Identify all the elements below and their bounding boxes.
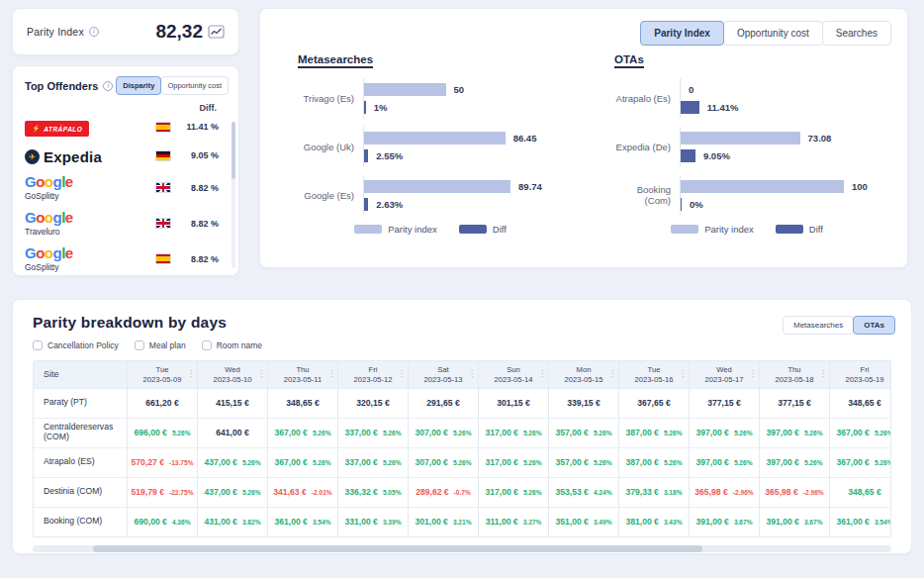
diff-bar — [364, 198, 368, 211]
column-menu-icon[interactable]: ⋮ — [187, 369, 195, 379]
price-value: 291,65 € — [426, 398, 459, 408]
chart-metasearches: MetasearchesTrivago (Es)501%Google (Uk)8… — [298, 49, 563, 235]
price-diff-pct: 3.27% — [523, 519, 542, 526]
price-cell: 367,65 € — [618, 389, 689, 418]
chart-tab-group: Parity IndexOpportunity costSearches — [276, 21, 891, 46]
chart-bar-row: 0 — [681, 81, 844, 97]
google-logo: GoogleTraveluro — [25, 210, 147, 237]
bar-value-label: 1% — [374, 102, 388, 113]
price-cell: 357,00 €5.26% — [548, 419, 618, 447]
google-partner-label: Traveluro — [25, 227, 147, 237]
price-value: 337,00 € — [344, 428, 377, 437]
column-menu-icon[interactable]: ⋮ — [257, 369, 265, 379]
price-value: 641,00 € — [216, 428, 248, 437]
price-cell: 341,63 €-2.01% — [267, 478, 337, 507]
offender-row[interactable]: ⚡ATRÁPALO11.41 % — [25, 117, 229, 137]
chart-bar-row: 86.45 — [364, 130, 527, 145]
column-menu-icon[interactable]: ⋮ — [327, 369, 335, 379]
chart-category-label: Trivago (Es) — [298, 93, 363, 104]
site-cell: Atrapalo (ES) — [34, 448, 127, 477]
google-wordmark: Google — [25, 245, 147, 260]
table-header-row: SiteTue2023-05-09⋮Wed2023-05-10⋮Thu2023-… — [34, 361, 890, 388]
price-value: 348,65 € — [286, 398, 319, 408]
offender-row[interactable]: GoogleTraveluro8.82 % — [25, 210, 229, 237]
price-value: 387,00 € — [625, 457, 658, 467]
column-header-2023-05-19: Fri2023-05-19⋮ — [829, 361, 891, 388]
price-diff-pct: 3.82% — [242, 519, 261, 526]
column-menu-icon[interactable]: ⋮ — [608, 369, 616, 379]
parity-index-bar — [364, 83, 446, 96]
parity-breakdown-card: Parity breakdown by days MetasearchesOTA… — [12, 299, 912, 554]
price-diff-pct: 3.39% — [383, 519, 402, 526]
offender-row[interactable]: ✈Expedia9.05 % — [25, 145, 229, 165]
price-diff-pct: 5.26% — [453, 430, 472, 436]
offenders-scrollbar-thumb[interactable] — [231, 122, 235, 179]
tab-metasearches[interactable]: Metasearches — [783, 316, 854, 335]
chart-plot: 86.452.55% — [363, 127, 527, 166]
checkbox-box[interactable] — [202, 340, 212, 350]
legend-item-parity-index: Parity index — [354, 224, 437, 235]
tab-opportunity-cost[interactable]: Opportunity cost — [723, 21, 823, 46]
price-value: 365,98 € — [694, 487, 727, 497]
price-cell: 397,00 €5.26% — [759, 419, 829, 447]
atrapalo-icon: ⚡ — [32, 125, 41, 133]
checkbox-meal-plan[interactable]: Meal plan — [135, 340, 186, 350]
price-diff-pct: -2.96% — [733, 489, 754, 496]
price-diff-pct: 5.26% — [313, 459, 331, 466]
es-flag-icon — [155, 122, 171, 133]
offender-row[interactable]: GoogleGoSplitty8.82 % — [25, 245, 229, 272]
chart-bar-row: 2.55% — [364, 147, 527, 163]
tab-opportunity-cost[interactable]: Opportunity cost — [160, 76, 229, 95]
bar-value-label: 50 — [454, 84, 465, 95]
price-value: 431,00 € — [204, 517, 236, 527]
table-scrollbar-thumb[interactable] — [93, 545, 702, 552]
expedia-logo: ✈Expedia — [25, 145, 147, 165]
column-menu-icon[interactable]: ⋮ — [398, 369, 406, 379]
price-value: 387,00 € — [625, 428, 658, 437]
checkbox-cancellation-policy[interactable]: Cancellation Policy — [33, 340, 119, 350]
column-menu-icon[interactable]: ⋮ — [538, 369, 546, 379]
price-diff-pct: -0.7% — [454, 489, 471, 496]
price-cell: 431,00 €3.82% — [197, 508, 267, 536]
chart-legend: Parity indexDiff — [614, 224, 879, 235]
checkbox-box[interactable] — [33, 340, 43, 350]
parity-index-value: 82,32 — [155, 21, 203, 43]
price-cell: 367,00 €5.26% — [267, 419, 337, 447]
info-icon[interactable] — [103, 81, 113, 91]
tab-parity-index[interactable]: Parity Index — [640, 21, 724, 46]
chart-category-label: Google (Es) — [298, 190, 363, 201]
chart-bar-group: Booking (Com)1000% — [614, 175, 879, 215]
chart-plot: 1000% — [680, 175, 844, 215]
offenders-list: ⚡ATRÁPALO11.41 %✈Expedia9.05 %GoogleGoSp… — [25, 117, 229, 276]
google-wordmark: Google — [25, 174, 147, 189]
site-cell: Centraldereservas (COM) — [34, 419, 127, 447]
price-value: 397,00 € — [695, 457, 728, 467]
column-menu-icon[interactable]: ⋮ — [468, 369, 476, 379]
price-value: 348,65 € — [848, 398, 880, 408]
info-icon[interactable] — [89, 27, 99, 37]
column-menu-icon[interactable]: ⋮ — [749, 369, 757, 379]
column-header-2023-05-13: Sat2023-05-13⋮ — [408, 361, 478, 388]
price-diff-pct: 3.67% — [804, 519, 823, 526]
rate-parity-dashboard: Parity Index 82,32 Top Offenders Dispari… — [0, 0, 924, 578]
price-diff-pct: 5.26% — [875, 430, 891, 436]
column-menu-icon[interactable]: ⋮ — [679, 369, 687, 379]
column-menu-icon[interactable]: ⋮ — [889, 369, 891, 379]
tab-disparity[interactable]: Disparity — [116, 76, 161, 95]
chart-category-label: Expedia (De) — [614, 142, 680, 152]
price-cell: 357,00 €5.26% — [548, 448, 618, 477]
checkbox-room-name[interactable]: Room name — [202, 340, 262, 350]
expedia-plane-icon: ✈ — [25, 149, 40, 164]
breakdown-tab-group: MetasearchesOTAs — [783, 316, 895, 335]
tab-searches[interactable]: Searches — [822, 21, 891, 46]
price-value: 377,15 € — [778, 398, 810, 408]
offender-row[interactable]: GoogleGoSplitty8.82 % — [25, 174, 229, 201]
table-scrollbar-track — [33, 545, 891, 552]
checkbox-box[interactable] — [135, 340, 144, 350]
tab-otas[interactable]: OTAs — [853, 316, 895, 335]
chart-bar-row: 11.41% — [681, 99, 844, 115]
price-diff-pct: 3.54% — [875, 519, 891, 526]
price-cell: 367,00 €5.26% — [829, 448, 891, 477]
column-menu-icon[interactable]: ⋮ — [819, 369, 827, 379]
chart-category-label: Google (Uk) — [298, 142, 363, 152]
